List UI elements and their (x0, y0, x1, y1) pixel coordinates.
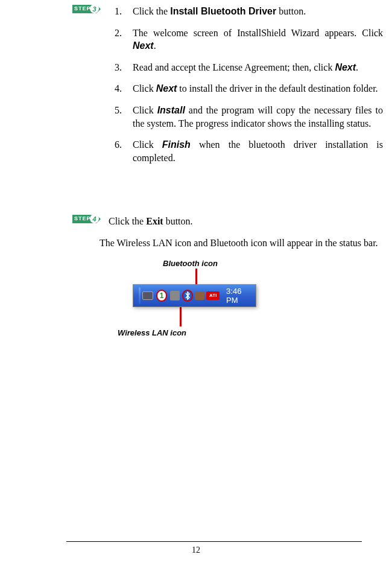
item-text: Read and accept the License Agreement; t… (133, 61, 383, 74)
monitor-icon[interactable] (142, 290, 153, 301)
wlan-label: Wireless LAN icon (118, 328, 186, 337)
tray-icon[interactable] (195, 290, 204, 301)
taskbar-figure: Bluetooth icon Wireless LAN icon 1 ATI 3… (0, 259, 392, 349)
list-item: 4. Click Next to install the driver in t… (115, 82, 383, 95)
step4-body: The Wireless LAN icon and Bluetooth icon… (100, 237, 383, 250)
item-text: Click Install and the program will copy … (133, 104, 383, 130)
tray-expand-arrow-icon[interactable] (139, 287, 141, 304)
step3-badge-number: 3 (90, 4, 99, 13)
item-text: Click Next to install the driver in the … (133, 82, 383, 95)
item-number: 2. (115, 27, 133, 52)
clock-time[interactable]: 3:46 PM (226, 287, 253, 305)
step3-block: STEP 3 1. Click the Install Bluetooth Dr… (72, 5, 383, 173)
item-number: 4. (115, 82, 133, 95)
wireless-lan-icon[interactable]: 1 (156, 290, 168, 302)
step4-badge: STEP 4 (72, 215, 103, 224)
list-item: 6. Click Finish when the bluetooth drive… (115, 138, 383, 164)
page-number: 12 (192, 545, 200, 555)
list-item: 2. The welcome screen of InstallShield W… (115, 27, 383, 52)
item-text: The welcome screen of InstallShield Wiza… (133, 27, 383, 52)
step4-badge-label: STEP (74, 215, 91, 221)
item-text: Click Finish when the bluetooth driver i… (133, 138, 383, 164)
list-item: 5. Click Install and the program will co… (115, 104, 383, 130)
step3-badge-label: STEP (74, 5, 91, 11)
tray-icon[interactable] (170, 290, 180, 301)
item-number: 3. (115, 61, 133, 74)
step3-list: 1. Click the Install Bluetooth Driver bu… (115, 5, 383, 173)
step3-badge: STEP 3 (72, 5, 103, 14)
item-text: Click the Install Bluetooth Driver butto… (133, 5, 383, 18)
list-item: 3. Read and accept the License Agreement… (115, 61, 383, 74)
windows-taskbar-tray: 1 ATI 3:46 PM (133, 284, 256, 307)
bluetooth-icon[interactable] (182, 290, 194, 302)
page-footer: 12 (0, 541, 392, 555)
list-item: 1. Click the Install Bluetooth Driver bu… (115, 5, 383, 18)
ati-icon[interactable]: ATI (206, 291, 220, 300)
step4-line1: Click the Exit button. (109, 215, 193, 228)
item-number: 1. (115, 5, 133, 18)
bluetooth-label: Bluetooth icon (163, 259, 218, 268)
step4-block: STEP 4 Click the Exit button. The Wirele… (72, 215, 383, 249)
item-number: 5. (115, 104, 133, 130)
item-number: 6. (115, 138, 133, 164)
